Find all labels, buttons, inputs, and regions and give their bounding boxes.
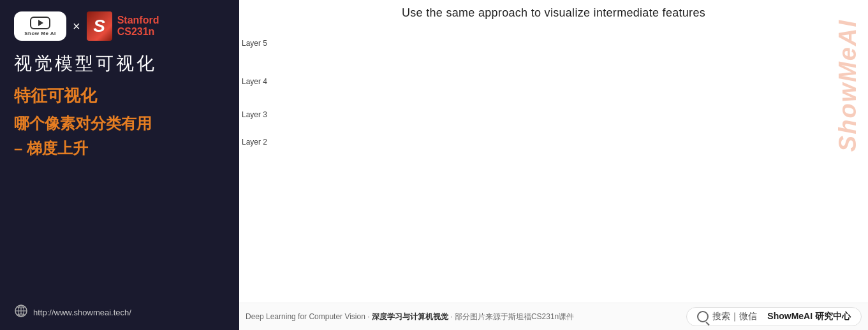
left-panel: Show Me AI × S Stanford CS231n 视觉模型可视化 特…: [0, 0, 239, 330]
website-url[interactable]: http://www.showmeai.tech/: [33, 308, 131, 317]
layer2-canvas: [271, 131, 863, 154]
stanford-logo: S Stanford CS231n: [87, 11, 159, 41]
highlight-title: 特征可视化: [14, 85, 225, 107]
stanford-text: Stanford CS231n: [117, 15, 159, 38]
logo-row: Show Me AI × S Stanford CS231n: [14, 11, 225, 41]
bottom-text-suffix: · 部分图片来源于斯坦福CS231n课件: [448, 312, 574, 321]
sub-label: – 梯度上升: [14, 138, 225, 159]
website-row: http://www.showmeai.tech/: [14, 304, 225, 321]
layers-container: Layer 5 Layer 4 Layer 3 Layer 2: [239, 24, 868, 303]
cross-symbol: ×: [73, 19, 80, 34]
layer4-row: Layer 4: [239, 64, 863, 99]
layer3-label: Layer 3: [239, 110, 271, 119]
stanford-s-icon: S: [87, 11, 112, 41]
showmeai-logo: Show Me AI: [14, 11, 66, 41]
layer3-canvas: [271, 100, 863, 129]
bottom-text-cn: 深度学习与计算机视觉: [372, 312, 448, 321]
layer5-row: Layer 5: [239, 24, 863, 63]
layer5-label: Layer 5: [239, 39, 271, 48]
layer3-row: Layer 3: [239, 100, 863, 129]
layer4-canvas: [271, 64, 863, 99]
search-badge[interactable]: 搜索｜微信 ShowMeAI 研究中心: [686, 307, 862, 326]
layer4-label: Layer 4: [239, 77, 271, 86]
layer5-canvas: [271, 24, 863, 63]
stanford-line1: Stanford: [117, 15, 159, 26]
main-title: 视觉模型可视化: [14, 52, 225, 75]
bottom-text-prefix: Deep Learning for Computer Vision ·: [246, 312, 372, 321]
showmeai-logo-icon: [30, 17, 50, 29]
chart-title: Use the same approach to visualize inter…: [239, 0, 868, 24]
play-icon: [38, 20, 43, 26]
showmeai-logo-text: Show Me AI: [24, 31, 56, 36]
layer2-row: Layer 2: [239, 131, 863, 154]
stanford-line2: CS231n: [117, 26, 159, 38]
search-icon: [697, 311, 709, 322]
right-panel: Use the same approach to visualize inter…: [239, 0, 868, 330]
layer2-label: Layer 2: [239, 138, 271, 147]
search-wechat-label: 搜索｜微信: [712, 311, 757, 322]
bottom-text: Deep Learning for Computer Vision · 深度学习…: [246, 312, 574, 322]
website-icon: [14, 304, 28, 321]
highlight-subtitle: 哪个像素对分类有用: [14, 113, 225, 133]
bottom-bar: Deep Learning for Computer Vision · 深度学习…: [239, 303, 868, 330]
brand-name: ShowMeAI 研究中心: [767, 311, 851, 322]
